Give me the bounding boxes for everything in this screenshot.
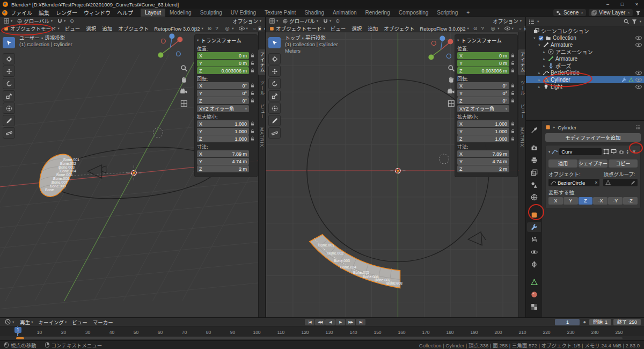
options-dropdown[interactable]: オプション▾ bbox=[231, 17, 263, 25]
location-y-field[interactable]: Y0 m bbox=[457, 60, 509, 67]
rotation-z-field[interactable]: Z0° bbox=[457, 97, 509, 104]
filter-icon[interactable] bbox=[635, 10, 641, 16]
eye-icon[interactable] bbox=[635, 35, 642, 40]
rotation-y-field[interactable]: Y0° bbox=[197, 90, 249, 97]
outliner-row-Armature[interactable]: ▸Armature bbox=[526, 55, 644, 62]
workspace-tab-Rendering[interactable]: Rendering bbox=[361, 9, 394, 17]
timeline-scrollbar[interactable] bbox=[16, 337, 623, 339]
view-layer-selector[interactable]: View Layer× bbox=[589, 9, 633, 16]
shading-mode-switch[interactable]: ○●◐◉▾ bbox=[251, 26, 265, 31]
snap-toggle[interactable]: ▾ bbox=[321, 19, 333, 24]
view-menu[interactable]: ビュー bbox=[63, 25, 83, 32]
modifier-render-toggle[interactable] bbox=[618, 149, 625, 155]
eye-icon[interactable] bbox=[635, 84, 642, 89]
expand-arrow-icon[interactable]: ▸ bbox=[537, 78, 541, 82]
location-x-field[interactable]: X0 m bbox=[197, 52, 249, 59]
dimension-x-field[interactable]: X7.89 m bbox=[457, 150, 509, 157]
checkbox-icon[interactable] bbox=[538, 35, 544, 41]
properties-tab-render[interactable] bbox=[527, 143, 541, 152]
lock-icon[interactable] bbox=[510, 121, 515, 126]
lock-icon[interactable] bbox=[510, 91, 515, 96]
sidebar-tab-ビュー[interactable]: ビュー bbox=[258, 101, 265, 122]
timeline-ruler[interactable]: 1 11020304050607080901001101201301401501… bbox=[0, 326, 644, 336]
material-shading-icon[interactable]: ◐ bbox=[263, 26, 265, 31]
properties-tab-viewlayer[interactable] bbox=[527, 168, 541, 177]
lock-icon[interactable] bbox=[510, 68, 515, 73]
eye-icon[interactable] bbox=[635, 77, 642, 82]
timeline-menu-ビュー[interactable]: ビュー bbox=[70, 318, 90, 326]
expand-arrow-icon[interactable]: ▾ bbox=[537, 43, 541, 47]
transform-orientation-dropdown[interactable]: グローバル▾ bbox=[16, 17, 54, 25]
help-icon[interactable]: ? bbox=[214, 26, 219, 31]
shading-mode-switch[interactable]: ○●◐◉▾ bbox=[517, 26, 525, 31]
viewport-canvas[interactable]: ユーザー・透視投影 (1) Collection | Cylinder Bone… bbox=[0, 32, 265, 317]
proportional-edit-toggle[interactable]: ⊙ bbox=[69, 18, 75, 24]
editor-type-button[interactable]: ▾ bbox=[268, 18, 280, 24]
playback-button-4[interactable]: ▶▶ bbox=[346, 319, 355, 325]
properties-tab-data[interactable] bbox=[527, 277, 541, 287]
dimension-x-field[interactable]: X7.89 m bbox=[197, 150, 249, 157]
timeline-menu-キーイング[interactable]: キーイング▾ bbox=[36, 318, 69, 326]
modifier-editmode-toggle[interactable] bbox=[603, 149, 609, 155]
apply-as-shapekey-button[interactable]: シェイプキー... bbox=[579, 159, 608, 168]
mode-dropdown[interactable]: オブジェクトモード▾ bbox=[268, 25, 327, 32]
deform-axis-X-button[interactable]: X bbox=[548, 197, 563, 205]
dimension-y-field[interactable]: Y4.74 m bbox=[457, 158, 509, 165]
scale-z-field[interactable]: Z1.000 bbox=[457, 135, 509, 142]
overlays-toggle[interactable]: ▾ bbox=[503, 26, 515, 31]
expand-arrow-icon[interactable]: ▸ bbox=[537, 85, 541, 89]
outliner-row-Cylinder[interactable]: ▸Cylinder bbox=[526, 76, 644, 83]
lock-icon[interactable] bbox=[250, 129, 255, 134]
expand-arrow-icon[interactable]: ▾ bbox=[532, 36, 537, 40]
dimension-z-field[interactable]: Z2 m bbox=[197, 165, 249, 172]
solid-shading-icon[interactable]: ● bbox=[258, 26, 262, 31]
editor-type-button[interactable]: ▾ bbox=[2, 18, 14, 24]
transform-panel-header[interactable]: ▾トランスフォーム bbox=[457, 37, 515, 44]
workspace-tab-Compositing[interactable]: Compositing bbox=[394, 9, 433, 17]
lock-icon[interactable] bbox=[510, 129, 515, 134]
tool-scale-button[interactable] bbox=[268, 90, 281, 101]
unlink-icon[interactable]: × bbox=[627, 10, 630, 15]
proportional-icon[interactable]: ⊙ bbox=[207, 26, 213, 31]
add-menu[interactable]: 追加 bbox=[365, 25, 380, 32]
outliner-row-シーンコレクション[interactable]: シーンコレクション bbox=[526, 27, 644, 34]
tool-scale-button[interactable] bbox=[3, 90, 15, 101]
eye-icon[interactable] bbox=[635, 70, 642, 75]
timeline-menu-再生[interactable]: 再生▾ bbox=[18, 318, 35, 326]
tool-transform-button[interactable] bbox=[3, 103, 15, 114]
sidebar-tab-ツール[interactable]: ツール bbox=[518, 78, 525, 99]
expand-arrow-icon[interactable]: ▸ bbox=[542, 64, 546, 68]
select-menu[interactable]: 選択 bbox=[349, 25, 364, 32]
workspace-tab-UV Editing[interactable]: UV Editing bbox=[226, 9, 260, 17]
timeline-range-handle[interactable] bbox=[16, 337, 24, 339]
scale-y-field[interactable]: Y1.000 bbox=[197, 128, 249, 135]
gizmo-toggle[interactable]: ◎▾ bbox=[488, 26, 501, 31]
dimension-z-field[interactable]: Z2 m bbox=[457, 165, 509, 172]
scale-x-field[interactable]: X1.000 bbox=[197, 120, 249, 127]
transform-orientation-dropdown[interactable]: グローバル▾ bbox=[281, 17, 320, 25]
view-menu[interactable]: ビュー bbox=[328, 25, 348, 32]
tool-cursor-button[interactable] bbox=[268, 53, 281, 64]
transform-panel-header[interactable]: ▾トランスフォーム bbox=[197, 37, 255, 44]
modifier-realtime-toggle[interactable] bbox=[611, 149, 617, 155]
modifier-name-field[interactable]: Curv bbox=[559, 148, 601, 155]
lock-icon[interactable] bbox=[250, 136, 255, 141]
lock-icon[interactable] bbox=[250, 91, 255, 96]
location-x-field[interactable]: X0 m bbox=[457, 52, 509, 59]
scale-x-field[interactable]: X1.000 bbox=[457, 120, 509, 127]
properties-tab-output[interactable] bbox=[527, 155, 541, 165]
properties-tab-physics[interactable] bbox=[527, 247, 541, 257]
sidebar-tab-ツール[interactable]: ツール bbox=[258, 78, 265, 99]
lock-icon[interactable] bbox=[250, 61, 255, 66]
scale-z-field[interactable]: Z1.000 bbox=[197, 135, 249, 142]
rotation-mode-dropdown[interactable]: XYZ オイラー角▾ bbox=[457, 105, 509, 112]
sidebar-tab-アイテム[interactable]: アイテム bbox=[258, 49, 265, 75]
tool-annotate-button[interactable] bbox=[268, 115, 281, 126]
dimension-y-field[interactable]: Y4.74 m bbox=[197, 158, 249, 165]
lock-icon[interactable] bbox=[510, 98, 515, 103]
search-icon[interactable] bbox=[624, 19, 629, 24]
pin-options-icon[interactable] bbox=[635, 125, 641, 130]
menu-ヘルプ[interactable]: ヘルプ bbox=[114, 9, 136, 17]
sidebar-tab-MATRIX[interactable]: MATRIX bbox=[259, 125, 265, 150]
properties-tab-scene[interactable] bbox=[527, 180, 541, 190]
